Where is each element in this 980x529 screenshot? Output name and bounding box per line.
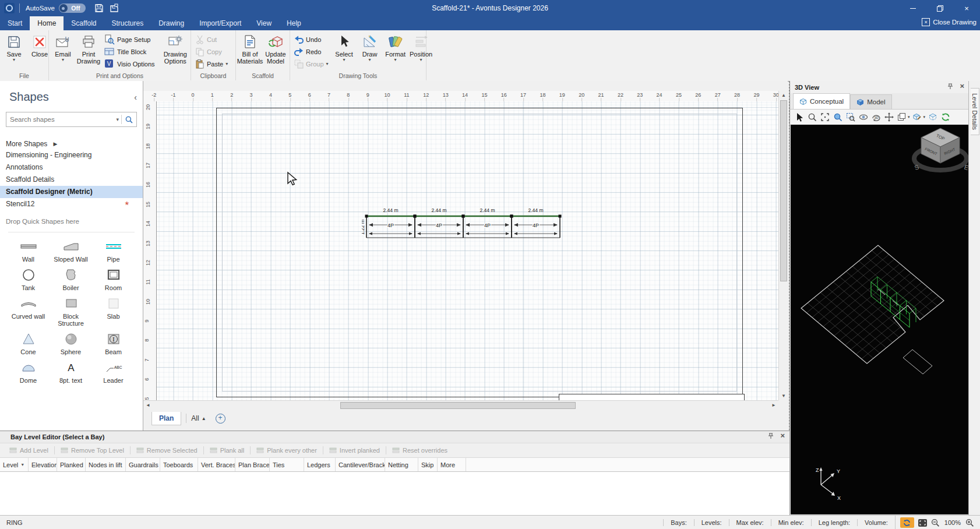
visio-options-button[interactable]: V Visio Options xyxy=(101,58,158,70)
stencil-annotations[interactable]: Annotations xyxy=(0,161,143,174)
scroll-up-icon[interactable]: ▲ xyxy=(779,91,788,100)
column-header-nodes-in-lift[interactable]: Nodes in lift xyxy=(86,458,126,471)
view3d-rotate-3d-icon[interactable]: 3D xyxy=(870,111,882,123)
restore-button[interactable] xyxy=(926,0,953,16)
drawing-options-button[interactable]: Drawing Options xyxy=(161,32,189,66)
cut-button[interactable]: Cut xyxy=(192,33,231,45)
stencil-dimensioning-engineering[interactable]: Dimensioning - Engineering xyxy=(0,149,143,161)
scroll-right-icon[interactable]: ► xyxy=(769,401,778,410)
add-page-button[interactable]: + xyxy=(216,414,225,424)
bay-editor-button-plank-every-other[interactable]: Plank every other xyxy=(252,445,322,456)
pin-icon[interactable] xyxy=(947,83,954,90)
view3d-refresh-icon[interactable] xyxy=(940,111,951,123)
partial-shape[interactable] xyxy=(559,394,745,400)
search-dropdown-icon[interactable]: ▾ xyxy=(114,117,121,122)
drawing-canvas[interactable]: 2.44 m4P2.44 m4P2.44 m4P2.44 m4P1.22 m xyxy=(157,101,778,400)
bay-editor-button-reset-overrides[interactable]: Reset overrides xyxy=(387,445,452,456)
page-tab-plan[interactable]: Plan xyxy=(151,412,181,425)
copy-button[interactable]: Copy xyxy=(192,45,231,58)
view3d-visual-style-icon[interactable] xyxy=(912,111,923,123)
stencil-scaffold-details[interactable]: Scaffold Details xyxy=(0,174,143,186)
shape-master-dome[interactable]: Dome xyxy=(7,358,50,384)
collapse-panel-icon[interactable]: ‹ xyxy=(134,93,137,102)
column-header-skip[interactable]: Skip xyxy=(418,458,438,471)
scaffold-run-shape[interactable]: 2.44 m4P2.44 m4P2.44 m4P2.44 m4P1.22 m xyxy=(362,204,566,242)
zoom-level[interactable]: 100% xyxy=(943,519,962,526)
save-as-icon[interactable] xyxy=(108,2,121,15)
tab-structures[interactable]: Structures xyxy=(104,16,151,30)
shape-master-beam[interactable]: IBeam xyxy=(92,330,135,355)
shape-master-8pt-text[interactable]: A8pt. text xyxy=(50,358,92,384)
select-button[interactable]: Select▾ xyxy=(332,32,357,63)
tab-drawing[interactable]: Drawing xyxy=(151,16,192,30)
view3d-zoom-icon[interactable] xyxy=(806,111,817,123)
title-block-button[interactable]: Title Block xyxy=(101,45,158,58)
pin-icon[interactable] xyxy=(767,432,774,439)
column-header-elevation[interactable]: Elevation xyxy=(29,458,57,471)
view3d-pointer-icon[interactable] xyxy=(794,111,805,123)
paste-button[interactable]: Paste▾ xyxy=(192,58,231,70)
close-panel-icon[interactable]: × xyxy=(960,83,964,90)
column-header-level[interactable]: Level▼ xyxy=(0,458,29,471)
search-shapes-input[interactable] xyxy=(6,116,114,123)
scaffold-3d-model[interactable] xyxy=(871,277,916,327)
column-header-more[interactable]: More xyxy=(438,458,466,471)
email-button[interactable]: Email▾ xyxy=(50,32,76,63)
tab-start[interactable]: Start xyxy=(0,16,30,30)
column-header-planked[interactable]: Planked xyxy=(57,458,86,471)
group-button[interactable]: Group▾ xyxy=(291,58,332,70)
autosave-toggle[interactable]: Off xyxy=(59,3,86,13)
minimize-button[interactable] xyxy=(900,0,926,16)
close-button[interactable]: × xyxy=(953,0,980,16)
shape-master-block-structure[interactable]: Block Structure xyxy=(50,294,92,327)
view-cube[interactable]: S E TOP FRONT RIGHT xyxy=(914,128,968,171)
redo-button[interactable]: Redo xyxy=(291,45,332,58)
shape-master-wall[interactable]: Wall xyxy=(7,237,50,263)
refresh-model-button[interactable] xyxy=(900,517,914,528)
bay-editor-button-remove-selected[interactable]: Remove Selected xyxy=(132,445,202,456)
tab-home[interactable]: Home xyxy=(30,16,64,30)
update-model-button[interactable]: Update Model xyxy=(263,32,288,66)
column-header-ledgers[interactable]: Ledgers xyxy=(304,458,336,471)
page-tab-all[interactable]: All▲ xyxy=(191,414,206,422)
shape-master-room[interactable]: Room xyxy=(92,266,135,291)
column-header-plan-brace[interactable]: Plan Brace xyxy=(235,458,270,471)
shape-master-leader[interactable]: ABCLeader xyxy=(92,358,135,384)
view3d-display-mode-icon[interactable] xyxy=(896,111,907,123)
tab-import-export[interactable]: Import/Export xyxy=(192,16,249,30)
view3d-zoom-window-icon[interactable] xyxy=(832,111,843,123)
vertical-scroll-thumb[interactable] xyxy=(780,100,787,281)
level-filter-icon[interactable]: ▼ xyxy=(20,459,24,471)
column-header-netting[interactable]: Netting xyxy=(385,458,418,471)
view3d-transparency-icon[interactable] xyxy=(927,111,938,123)
shape-master-sphere[interactable]: Sphere xyxy=(50,330,92,355)
view3d-zoom-region-icon[interactable] xyxy=(845,111,856,123)
bay-editor-button-plank-all[interactable]: Plank all xyxy=(205,445,249,456)
shape-master-sloped-wall[interactable]: Sloped Wall xyxy=(50,237,92,263)
bill-of-materials-button[interactable]: Bill of Materials xyxy=(237,32,263,66)
format-button[interactable]: Format▾ xyxy=(383,32,408,63)
close-drawing-button[interactable]: × Close Drawing xyxy=(922,18,977,26)
vertical-scrollbar[interactable]: ▲ ▼ xyxy=(778,91,788,400)
display-mode-caret-icon[interactable]: ▾ xyxy=(908,115,910,119)
column-header-guardrails[interactable]: Guardrails xyxy=(126,458,160,471)
shape-master-curved-wall[interactable]: Curved wall xyxy=(7,294,50,327)
horizontal-scroll-thumb[interactable] xyxy=(340,402,576,409)
zoom-in-button[interactable] xyxy=(965,519,974,527)
shape-master-tank[interactable]: Tank xyxy=(7,266,50,291)
quick-save-icon[interactable] xyxy=(93,2,105,15)
draw-button[interactable]: Draw▾ xyxy=(357,32,383,63)
column-header-cantilever-brack[interactable]: Cantilever/Brack... xyxy=(336,458,385,471)
bay-editor-button-add-level[interactable]: Add Level xyxy=(5,445,53,456)
tab-view[interactable]: View xyxy=(249,16,279,30)
tab-model[interactable]: Model xyxy=(850,94,891,109)
stencil-scaffold-designer-metric[interactable]: Scaffold Designer (Metric) xyxy=(0,186,143,198)
search-icon[interactable] xyxy=(122,116,136,124)
level-details-tab[interactable]: Level Details xyxy=(971,88,979,135)
shape-master-cone[interactable]: Cone xyxy=(7,330,50,355)
column-header-vert-braces[interactable]: Vert. Braces xyxy=(198,458,235,471)
bay-editor-button-invert-planked[interactable]: Invert planked xyxy=(325,445,385,456)
view3d-fit-icon[interactable] xyxy=(819,111,830,123)
column-header-ties[interactable]: Ties xyxy=(270,458,304,471)
shape-master-slab[interactable]: Slab xyxy=(92,294,135,327)
